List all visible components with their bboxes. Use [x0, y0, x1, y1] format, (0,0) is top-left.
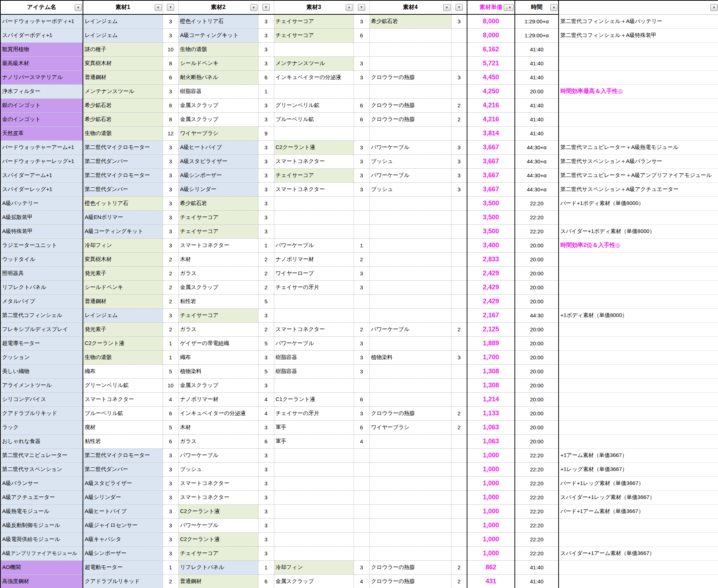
material-2-qty-cell[interactable]: 2: [258, 252, 274, 266]
material-3-qty-cell[interactable]: [354, 448, 369, 462]
material-4-cell[interactable]: [369, 378, 451, 392]
filter-button-m3[interactable]: ▼: [346, 4, 353, 11]
material-2-qty-cell[interactable]: 3: [258, 28, 274, 42]
unit-price-cell[interactable]: 862: [467, 560, 515, 574]
material-1-cell[interactable]: 発光素子: [83, 322, 163, 336]
material-4-cell[interactable]: 希少鉱石岩: [369, 14, 451, 28]
material-4-cell[interactable]: ブッシュ: [369, 182, 451, 196]
material-3-qty-cell[interactable]: 3: [354, 154, 369, 168]
item-name-cell[interactable]: ラック: [0, 420, 83, 434]
material-2-cell[interactable]: パワーケーブル: [178, 518, 258, 532]
material-4-qty-cell[interactable]: [451, 308, 467, 322]
material-1-cell[interactable]: レインジェム: [83, 28, 163, 42]
material-4-qty-cell[interactable]: [451, 266, 467, 280]
time-cell[interactable]: 20:00: [515, 350, 559, 364]
material-4-cell[interactable]: [369, 434, 451, 448]
note-cell[interactable]: [559, 322, 718, 336]
note-cell[interactable]: [559, 280, 718, 294]
time-cell[interactable]: 20:00: [515, 434, 559, 448]
material-2-cell[interactable]: ワイヤーブラシ: [178, 126, 258, 140]
material-1-cell[interactable]: 廃材: [83, 420, 163, 434]
material-2-cell[interactable]: 金属スクラップ: [178, 112, 258, 126]
material-4-cell[interactable]: クロウラーの熱腺: [369, 98, 451, 112]
material-1-cell[interactable]: A級コーティングキット: [83, 224, 163, 238]
material-2-qty-cell[interactable]: 3: [258, 56, 274, 70]
material-2-cell[interactable]: 耐火断熱パネル: [178, 70, 258, 84]
note-cell[interactable]: [559, 266, 718, 280]
unit-price-cell[interactable]: 1,308: [467, 378, 515, 392]
material-2-qty-cell[interactable]: 3: [258, 168, 274, 182]
material-3-qty-cell[interactable]: 4: [354, 434, 369, 448]
material-2-qty-cell[interactable]: 3: [258, 518, 274, 532]
material-1-cell[interactable]: 冷却フィン: [83, 238, 163, 252]
material-3-cell[interactable]: チェイサーコア: [274, 28, 354, 42]
material-3-cell[interactable]: ナノポリマー材: [274, 252, 354, 266]
material-4-cell[interactable]: [369, 532, 451, 546]
time-cell[interactable]: 20:00: [515, 294, 559, 308]
column-header-m2[interactable]: 素材2▼: [178, 0, 258, 14]
material-2-cell[interactable]: A級シリンダー: [178, 182, 258, 196]
material-1-cell[interactable]: A級キャパシタ: [83, 532, 163, 546]
material-1-cell[interactable]: 第二世代マイクロモーター: [83, 448, 163, 462]
material-2-qty-cell[interactable]: 3: [258, 350, 274, 364]
material-1-qty-cell[interactable]: 3: [163, 504, 178, 518]
material-2-qty-cell[interactable]: 3: [258, 224, 274, 238]
note-cell[interactable]: [559, 42, 718, 56]
time-cell[interactable]: 20:00: [515, 406, 559, 420]
note-cell[interactable]: [559, 392, 718, 406]
material-3-qty-cell[interactable]: 3: [354, 560, 369, 574]
material-2-cell[interactable]: ブッシュ: [178, 462, 258, 476]
material-1-qty-cell[interactable]: 8: [163, 56, 178, 70]
material-2-cell[interactable]: A級コーティングキット: [178, 28, 258, 42]
unit-price-cell[interactable]: 1,133: [467, 406, 515, 420]
unit-price-cell[interactable]: 1,214: [467, 392, 515, 406]
material-4-qty-cell[interactable]: [451, 84, 467, 98]
material-4-cell[interactable]: [369, 238, 451, 252]
material-3-cell[interactable]: 軍手: [274, 434, 354, 448]
material-3-cell[interactable]: [274, 196, 354, 210]
note-cell[interactable]: [559, 98, 718, 112]
column-header-note[interactable]: ▼: [559, 0, 718, 14]
time-cell[interactable]: 1:29:00+α: [515, 14, 559, 28]
material-1-qty-cell[interactable]: 6: [163, 406, 178, 420]
note-cell[interactable]: 第二世代マニュピレーター＋A級熱電モジュール: [559, 140, 718, 154]
material-4-qty-cell[interactable]: [451, 448, 467, 462]
material-2-qty-cell[interactable]: 2: [258, 280, 274, 294]
item-name-cell[interactable]: A級アンプリファイアモジュール: [0, 546, 83, 560]
material-1-qty-cell[interactable]: 3: [163, 14, 178, 28]
material-2-qty-cell[interactable]: 4: [258, 392, 274, 406]
filter-button-q3[interactable]: ▼: [358, 4, 365, 11]
note-cell[interactable]: [559, 56, 718, 70]
item-name-cell[interactable]: A級特殊装甲: [0, 224, 83, 238]
material-1-qty-cell[interactable]: 4: [163, 392, 178, 406]
material-2-cell[interactable]: ナノポリマー材: [178, 392, 258, 406]
material-4-qty-cell[interactable]: [451, 294, 467, 308]
item-name-cell[interactable]: バードウォッチャーアーム+1: [0, 140, 83, 154]
material-2-qty-cell[interactable]: 3: [258, 308, 274, 322]
note-cell[interactable]: [559, 126, 718, 140]
item-name-cell[interactable]: 銀のインゴット: [0, 98, 83, 112]
note-cell[interactable]: [559, 336, 718, 350]
item-name-cell[interactable]: A級拡散装甲: [0, 210, 83, 224]
material-1-qty-cell[interactable]: 3: [163, 448, 178, 462]
material-3-cell[interactable]: [274, 448, 354, 462]
material-1-qty-cell[interactable]: 2: [163, 252, 178, 266]
item-name-cell[interactable]: リフレクトパネル: [0, 280, 83, 294]
filter-button-time[interactable]: ▼: [550, 4, 558, 11]
material-3-cell[interactable]: 冷却フィン: [274, 560, 354, 574]
material-2-cell[interactable]: 生物の遺骸: [178, 42, 258, 56]
material-3-qty-cell[interactable]: 3: [354, 140, 369, 154]
material-3-cell[interactable]: [274, 84, 354, 98]
material-2-cell[interactable]: 粘性岩: [178, 294, 258, 308]
note-cell[interactable]: バード+1アーム素材（単価3667）: [559, 504, 718, 518]
material-1-qty-cell[interactable]: 6: [163, 434, 178, 448]
material-2-cell[interactable]: 橙色イットリア石: [178, 14, 258, 28]
material-1-cell[interactable]: 普通鋼材: [83, 70, 163, 84]
material-4-qty-cell[interactable]: 3: [451, 70, 467, 84]
material-2-qty-cell[interactable]: 3: [258, 140, 274, 154]
material-4-cell[interactable]: ワイヤーブラシ: [369, 420, 451, 434]
item-name-cell[interactable]: アライメントツール: [0, 378, 83, 392]
material-1-qty-cell[interactable]: 12: [163, 126, 178, 140]
material-3-qty-cell[interactable]: [354, 210, 369, 224]
time-cell[interactable]: 22:20: [515, 196, 559, 210]
